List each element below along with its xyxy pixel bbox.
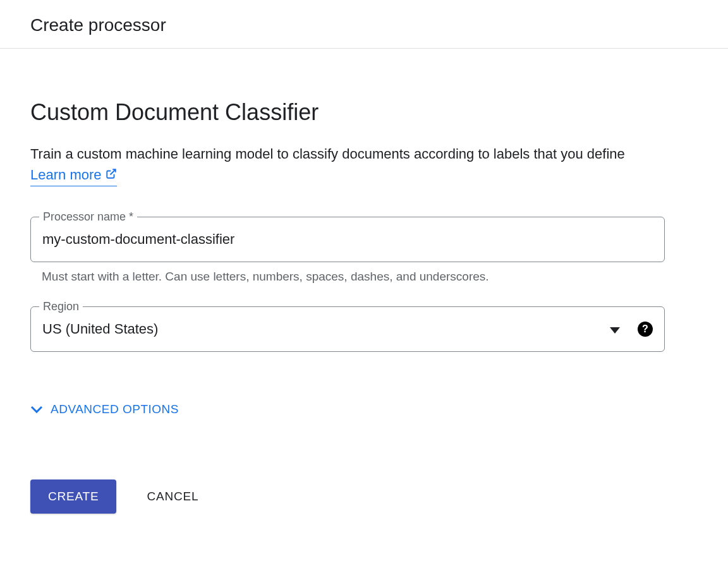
learn-more-link[interactable]: Learn more	[30, 164, 117, 186]
region-select[interactable]: US (United States) ?	[30, 306, 665, 352]
section-description: Train a custom machine learning model to…	[30, 143, 665, 186]
learn-more-label: Learn more	[30, 164, 102, 185]
create-button[interactable]: CREATE	[30, 479, 116, 514]
external-link-icon	[106, 164, 117, 185]
help-icon[interactable]: ?	[638, 322, 653, 337]
svg-marker-1	[610, 327, 620, 334]
processor-name-label: Processor name *	[39, 210, 137, 224]
advanced-options-label: ADVANCED OPTIONS	[51, 402, 179, 416]
region-select-icons: ?	[610, 321, 653, 337]
chevron-down-icon	[30, 402, 43, 416]
page-title: Create processor	[30, 15, 698, 35]
processor-name-field: Processor name *	[30, 217, 665, 262]
processor-name-helper: Must start with a letter. Can use letter…	[42, 270, 665, 284]
svg-line-0	[110, 169, 115, 174]
cancel-button[interactable]: CANCEL	[147, 490, 198, 504]
dropdown-arrow-icon	[610, 321, 620, 337]
main-content: Custom Document Classifier Train a custo…	[0, 49, 695, 539]
page-header: Create processor	[0, 0, 728, 49]
advanced-options-toggle[interactable]: ADVANCED OPTIONS	[30, 402, 179, 416]
action-buttons: CREATE CANCEL	[30, 479, 665, 514]
region-selected-value: US (United States)	[42, 321, 158, 337]
section-title: Custom Document Classifier	[30, 99, 665, 126]
description-text: Train a custom machine learning model to…	[30, 146, 625, 162]
region-field: Region US (United States) ?	[30, 306, 665, 352]
region-label: Region	[39, 300, 83, 313]
